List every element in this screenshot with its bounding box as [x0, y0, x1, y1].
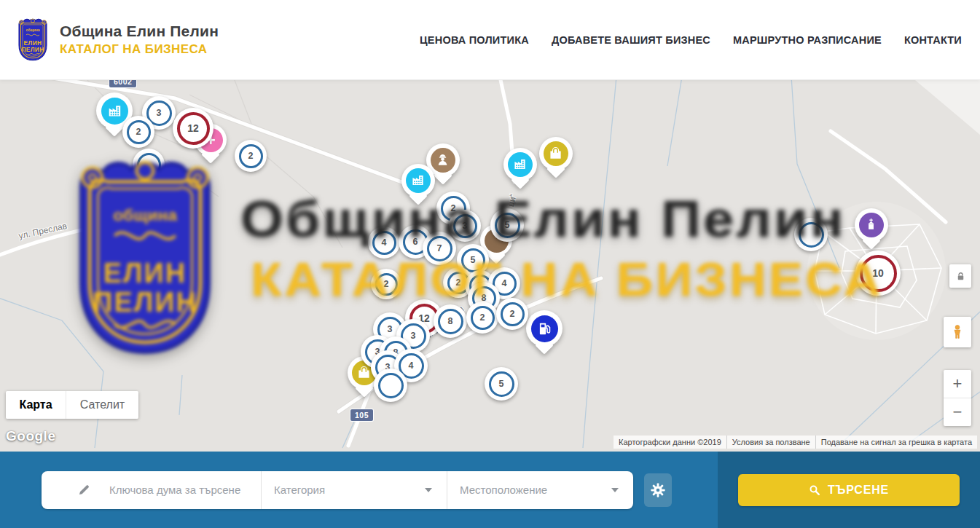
cluster-count: 2 — [375, 273, 398, 296]
cluster-marker[interactable]: 8 — [434, 304, 467, 338]
cluster-count: 7 — [427, 236, 452, 261]
gear-icon — [650, 482, 666, 498]
nav-item-2[interactable]: МАРШРУТНО РАЗПИСАНИЕ — [733, 34, 882, 46]
cluster-count: 10 — [860, 255, 897, 292]
search-button[interactable]: ТЪРСЕНЕ — [738, 474, 960, 506]
search-panel: Категория Местоположение — [0, 452, 718, 528]
road-badge: 105 — [350, 409, 373, 421]
category-pin-factory[interactable] — [503, 148, 537, 181]
cluster-marker[interactable]: 12 — [173, 108, 213, 149]
lock-icon — [955, 271, 966, 282]
map-type-control: Карта Сателит — [6, 391, 138, 419]
factory-icon — [406, 168, 431, 193]
fuel-icon — [531, 315, 558, 342]
cluster-marker[interactable]: 2 — [496, 298, 528, 330]
cluster-marker[interactable]: 2 — [466, 302, 498, 334]
factory-icon — [101, 98, 128, 125]
site-logo[interactable]: община ЕЛИН ПЕЛИН Община Елин Пелин КАТА… — [15, 17, 219, 63]
church-icon — [859, 213, 884, 237]
category-pin-bag[interactable] — [539, 137, 573, 170]
cluster-count: 2 — [501, 302, 525, 326]
map-type-map-button[interactable]: Карта — [6, 391, 66, 419]
map-attribution: Картографски данни ©2019Условия за ползв… — [614, 436, 977, 449]
site-title: Община Елин Пелин — [60, 23, 219, 40]
keyword-input[interactable] — [109, 484, 261, 496]
header: община ЕЛИН ПЕЛИН Община Елин Пелин КАТА… — [0, 0, 980, 80]
search-action-panel: ТЪРСЕНЕ — [718, 452, 980, 528]
main-nav: ЦЕНОВА ПОЛИТИКАДОБАВЕТЕ ВАШИЯТ БИЗНЕСМАР… — [420, 34, 962, 46]
cluster-marker[interactable]: 5 — [485, 367, 518, 401]
bag-icon — [544, 141, 568, 166]
road-badge: 6002 — [109, 80, 136, 87]
category-pin-fuel[interactable] — [526, 310, 562, 347]
nav-item-0[interactable]: ЦЕНОВА ПОЛИТИКА — [420, 34, 529, 46]
cluster-marker[interactable]: 2 — [235, 140, 267, 172]
cluster-count — [137, 153, 161, 177]
category-select[interactable]: Категория — [261, 471, 447, 509]
cluster-count — [799, 222, 824, 248]
cluster-marker[interactable]: 5 — [490, 208, 524, 242]
cluster-marker[interactable] — [794, 218, 828, 251]
google-logo: Google — [6, 428, 55, 444]
category-pin-church[interactable] — [855, 208, 888, 242]
attribution-link[interactable]: Подаване на сигнал за грешка в картата — [815, 436, 977, 449]
site-subtitle: КАТАЛОГ НА БИЗНЕСА — [60, 42, 219, 57]
pencil-icon — [78, 484, 90, 496]
nav-item-3[interactable]: КОНТАКТИ — [904, 34, 962, 46]
search-bar: Категория Местоположение — [0, 452, 980, 528]
cluster-count: 2 — [239, 144, 263, 168]
chevron-down-icon — [611, 488, 619, 492]
cluster-count: 2 — [127, 120, 151, 144]
location-select[interactable]: Местоположение — [447, 471, 633, 509]
cluster-count: 8 — [438, 309, 463, 334]
svg-text:ЕЛИН: ЕЛИН — [24, 40, 42, 47]
cluster-count: 2 — [471, 306, 495, 330]
svg-text:община: община — [26, 28, 39, 32]
municipality-crest-icon: община ЕЛИН ПЕЛИН — [15, 17, 51, 63]
pegman-control[interactable] — [944, 317, 971, 347]
cluster-count — [378, 373, 404, 398]
map-canvas[interactable]: ул. Преславбул. „Новоселци“6002105 32122… — [0, 80, 980, 452]
cluster-marker[interactable]: 10 — [855, 251, 901, 296]
cluster-count: 5 — [495, 213, 520, 238]
attribution-text: Картографски данни ©2019 — [614, 436, 726, 449]
map-type-satellite-button[interactable]: Сателит — [66, 391, 138, 419]
attribution-link[interactable]: Условия за ползване — [726, 436, 815, 449]
nav-item-1[interactable]: ДОБАВЕТЕ ВАШИЯТ БИЗНЕС — [552, 34, 710, 46]
zoom-control: + − — [944, 370, 971, 426]
search-icon — [809, 484, 820, 496]
zoom-out-button[interactable]: − — [944, 398, 971, 426]
cluster-marker[interactable] — [374, 369, 407, 402]
cluster-marker[interactable]: 7 — [423, 232, 456, 265]
cluster-marker[interactable]: 2 — [371, 269, 401, 299]
zoom-in-button[interactable]: + — [944, 370, 971, 398]
category-pin-factory[interactable] — [401, 164, 435, 197]
cluster-count: 4 — [372, 231, 396, 255]
lock-control[interactable] — [949, 264, 971, 288]
cluster-marker[interactable]: 4 — [368, 226, 400, 259]
cluster-marker[interactable] — [133, 149, 165, 181]
cluster-marker[interactable]: 3 — [449, 210, 481, 242]
cluster-marker[interactable]: 2 — [122, 116, 154, 148]
keyword-field — [42, 471, 261, 509]
pegman-icon — [949, 323, 965, 342]
cluster-count: 5 — [489, 371, 514, 397]
chevron-down-icon — [425, 488, 432, 492]
cluster-count: 12 — [177, 112, 210, 145]
svg-text:ПЕЛИН: ПЕЛИН — [21, 46, 44, 52]
settings-button[interactable] — [644, 473, 672, 507]
factory-icon — [508, 152, 533, 177]
cluster-count: 3 — [453, 214, 477, 238]
